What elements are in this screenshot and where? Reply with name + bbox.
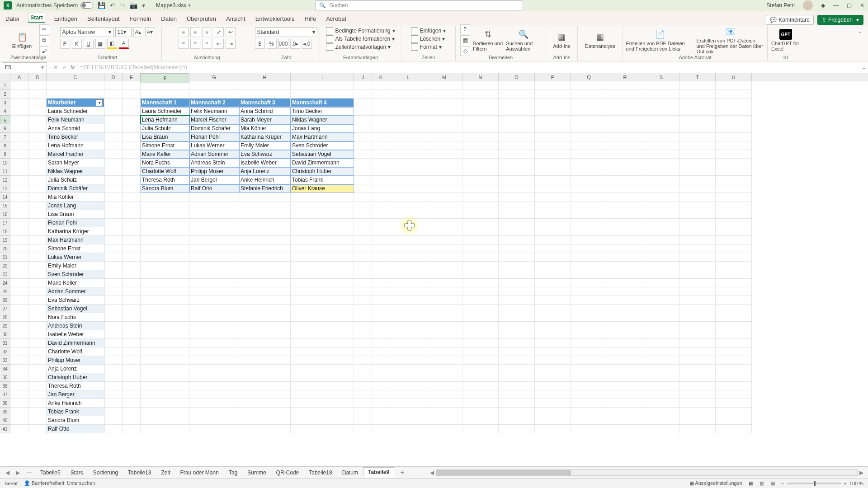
cell-K33[interactable]: [372, 356, 390, 365]
col-L[interactable]: L: [390, 73, 426, 81]
cell-A26[interactable]: [10, 296, 28, 305]
sort-filter-button[interactable]: ⇅Sortieren und Filtern: [473, 29, 503, 52]
cell-G12[interactable]: Jan Berger: [189, 176, 239, 184]
cell-I37[interactable]: [291, 390, 354, 399]
cell-R29[interactable]: [607, 322, 643, 330]
cell-K15[interactable]: [372, 202, 390, 210]
cell-P24[interactable]: [535, 279, 571, 287]
orientation-icon[interactable]: ⤢: [214, 27, 224, 37]
cell-E25[interactable]: [123, 287, 141, 296]
close-icon[interactable]: ✕: [860, 2, 864, 9]
cell-D2[interactable]: [104, 90, 123, 99]
cell-E9[interactable]: [123, 150, 141, 159]
cell-N30[interactable]: [462, 330, 499, 339]
cell-H20[interactable]: [239, 244, 291, 253]
cell-L13[interactable]: [390, 184, 426, 193]
cell-G7[interactable]: Florian Pohl: [189, 133, 239, 141]
cell-R5[interactable]: [607, 116, 643, 124]
cell-R40[interactable]: [607, 416, 643, 425]
cell-T34[interactable]: [679, 365, 716, 373]
row-15[interactable]: 15: [0, 202, 10, 210]
cell-M32[interactable]: [426, 347, 462, 356]
cell-H22[interactable]: [239, 262, 291, 270]
cell-I41[interactable]: [291, 425, 354, 433]
cell-C33[interactable]: Philipp Moser: [47, 356, 104, 365]
row-36[interactable]: 36: [0, 382, 10, 390]
cell-L19[interactable]: [390, 236, 426, 244]
cell-L28[interactable]: [390, 313, 426, 322]
as-table-button[interactable]: Als Tabelle formatieren ▾: [326, 35, 395, 42]
cell-I25[interactable]: [291, 287, 354, 296]
cell-E38[interactable]: [123, 399, 141, 408]
cell-H4[interactable]: Anna Schmid: [239, 107, 291, 116]
cell-B21[interactable]: [28, 253, 47, 262]
cell-D15[interactable]: [104, 202, 123, 210]
cell-C40[interactable]: Sandra Blum: [47, 416, 104, 425]
cell-L1[interactable]: [390, 81, 426, 90]
cell-P33[interactable]: [535, 356, 571, 365]
cell-N40[interactable]: [462, 416, 499, 425]
cell-B3[interactable]: [28, 99, 47, 107]
cell-O29[interactable]: [499, 322, 535, 330]
cell-B17[interactable]: [28, 219, 47, 227]
cell-E5[interactable]: [123, 116, 141, 124]
cell-H7[interactable]: Katharina Krüger: [239, 133, 291, 141]
cell-D38[interactable]: [104, 399, 123, 408]
cell-P19[interactable]: [535, 236, 571, 244]
cell-C20[interactable]: Simone Ernst: [47, 244, 104, 253]
cell-Q32[interactable]: [571, 347, 607, 356]
cell-U20[interactable]: [716, 244, 752, 253]
cell-B28[interactable]: [28, 313, 47, 322]
cell-K7[interactable]: [372, 133, 390, 141]
cell-A39[interactable]: [10, 408, 28, 416]
cell-M33[interactable]: [426, 356, 462, 365]
cell-L30[interactable]: [390, 330, 426, 339]
cell-S25[interactable]: [643, 287, 679, 296]
row-34[interactable]: 34: [0, 365, 10, 373]
cell-F3[interactable]: Mannschaft 1: [141, 99, 189, 107]
cell-B15[interactable]: [28, 202, 47, 210]
cell-J20[interactable]: [354, 244, 372, 253]
cell-B25[interactable]: [28, 287, 47, 296]
cell-Q6[interactable]: [571, 124, 607, 133]
cell-K4[interactable]: [372, 107, 390, 116]
col-N[interactable]: N: [462, 73, 499, 81]
cell-G13[interactable]: Ralf Otto: [189, 184, 239, 193]
cell-T31[interactable]: [679, 339, 716, 347]
cell-C29[interactable]: Andreas Stein: [47, 322, 104, 330]
cell-R38[interactable]: [607, 399, 643, 408]
align-center-icon[interactable]: ≡: [190, 39, 200, 49]
cell-A41[interactable]: [10, 425, 28, 433]
row-19[interactable]: 19: [0, 236, 10, 244]
row-2[interactable]: 2: [0, 90, 10, 99]
cell-G6[interactable]: Dominik Schäfer: [189, 124, 239, 133]
cell-D11[interactable]: [104, 167, 123, 176]
cell-A15[interactable]: [10, 202, 28, 210]
cell-I38[interactable]: [291, 399, 354, 408]
cell-T10[interactable]: [679, 159, 716, 167]
italic-button[interactable]: K: [72, 39, 82, 49]
cell-S30[interactable]: [643, 330, 679, 339]
cell-A30[interactable]: [10, 330, 28, 339]
cell-M21[interactable]: [426, 253, 462, 262]
cell-M9[interactable]: [426, 150, 462, 159]
cell-M19[interactable]: [426, 236, 462, 244]
cell-G5[interactable]: Marcel Fischer: [189, 116, 239, 124]
cell-U3[interactable]: [716, 99, 752, 107]
cell-R9[interactable]: [607, 150, 643, 159]
cell-N38[interactable]: [462, 399, 499, 408]
cell-I12[interactable]: Tobias Frank: [291, 176, 354, 184]
grid[interactable]: ABCDEFGHIJKLMNOPQRSTU 123Mitarbeiter▾Man…: [0, 73, 868, 466]
cell-Q4[interactable]: [571, 107, 607, 116]
cell-E41[interactable]: [123, 425, 141, 433]
cell-S29[interactable]: [643, 322, 679, 330]
cell-P18[interactable]: [535, 227, 571, 236]
cell-S24[interactable]: [643, 279, 679, 287]
share-button[interactable]: ⇪Freigeben▾: [817, 15, 863, 25]
cell-J26[interactable]: [354, 296, 372, 305]
cell-T25[interactable]: [679, 287, 716, 296]
cell-P17[interactable]: [535, 219, 571, 227]
cell-O16[interactable]: [499, 210, 535, 219]
cell-L17[interactable]: [390, 219, 426, 227]
cell-L31[interactable]: [390, 339, 426, 347]
